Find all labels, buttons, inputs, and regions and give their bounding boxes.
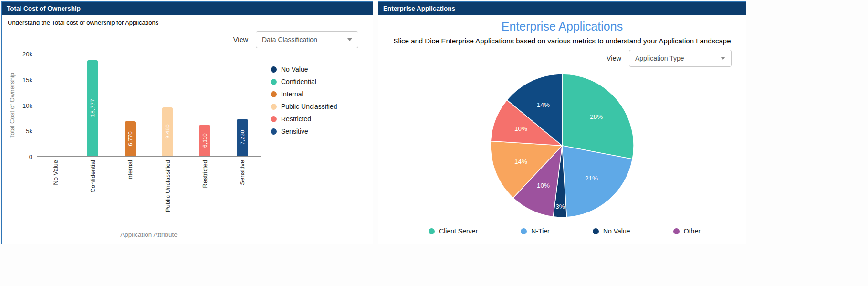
chart-subtitle: Slice and Dice Enterprise Applications b…: [378, 33, 746, 45]
legend-item[interactable]: N-Tier: [521, 227, 549, 235]
bar-column: 9,480: [149, 54, 186, 156]
y-axis-tick: 10k: [22, 102, 32, 109]
dropdown-value: Data Classification: [262, 36, 317, 43]
legend-label: N-Tier: [531, 227, 549, 235]
y-axis-title: Total Cost of Ownership: [9, 54, 16, 157]
legend-label: Restricted: [281, 115, 311, 123]
bar[interactable]: 9,480: [162, 107, 173, 156]
bar-value-label: 9,480: [165, 124, 170, 139]
bar-value-label: 6,110: [202, 133, 208, 148]
view-label: View: [233, 36, 248, 43]
tco-panel-header: Total Cost of Ownership: [2, 2, 373, 15]
legend-item[interactable]: No Value: [271, 65, 337, 73]
legend-item[interactable]: Public Unclassified: [271, 103, 337, 110]
tco-view-row: View Data Classification: [2, 26, 373, 49]
legend-item[interactable]: Confidential: [271, 78, 337, 85]
legend-item[interactable]: No Value: [593, 227, 630, 235]
legend-label: No Value: [603, 227, 630, 235]
bar-value-label: 7,230: [240, 130, 245, 145]
ea-view-row: View Application Type: [378, 45, 746, 68]
tco-panel-title: Total Cost of Ownership: [7, 5, 81, 12]
bar-chart-legend: No ValueConfidentialInternalPublic Uncla…: [271, 65, 337, 238]
legend-swatch: [271, 91, 277, 97]
legend-item[interactable]: Internal: [271, 90, 337, 98]
bar-chart: Total Cost of Ownership 05k10k15k20k 18,…: [2, 49, 373, 238]
pie-chart-legend: Client ServerN-TierNo ValueOther: [378, 222, 746, 240]
pie-slice-percentage: 14%: [514, 158, 527, 165]
legend-item[interactable]: Sensitive: [271, 127, 337, 135]
bar-column: 6,770: [112, 54, 149, 156]
pie-slice-percentage: 10%: [514, 125, 527, 132]
legend-label: Public Unclassified: [281, 103, 337, 110]
legend-item[interactable]: Other: [673, 227, 701, 235]
bar-value-label: 6,770: [127, 131, 133, 146]
legend-label: No Value: [281, 65, 308, 73]
chevron-down-icon: [347, 38, 352, 41]
x-axis-title: Application Attribute: [37, 229, 261, 238]
legend-swatch: [271, 104, 277, 110]
enterprise-apps-panel: Enterprise Applications Enterprise Appli…: [378, 1, 746, 244]
view-label: View: [607, 54, 621, 62]
legend-swatch: [521, 228, 527, 234]
legend-swatch: [271, 116, 277, 122]
x-axis-category: Restricted: [186, 160, 223, 229]
legend-item[interactable]: Restricted: [271, 115, 337, 123]
pie-slice-percentage: 14%: [537, 101, 550, 108]
y-axis-tick: 0: [29, 153, 32, 160]
bar-column: 18,777: [74, 54, 111, 156]
y-axis-tick: 15k: [22, 76, 32, 83]
bar-value-label: 18,777: [90, 99, 95, 117]
x-axis-category: Public Unclassified: [149, 160, 186, 229]
bar-column: 6,110: [186, 54, 223, 156]
legend-item[interactable]: Client Server: [429, 227, 478, 235]
bar-plot-block: 18,7776,7709,4806,1107,230 No ValueConfi…: [37, 54, 261, 238]
pie-slice-percentage: 10%: [537, 182, 550, 189]
bar-plot-area: 18,7776,7709,4806,1107,230: [37, 54, 261, 157]
legend-label: Client Server: [439, 227, 478, 235]
legend-swatch: [673, 228, 680, 234]
enterprise-apps-panel-title: Enterprise Applications: [383, 5, 455, 12]
legend-label: Sensitive: [281, 127, 308, 135]
pie-slice-percentage: 28%: [590, 113, 603, 120]
x-axis-categories: No ValueConfidentialInternalPublic Uncla…: [37, 157, 261, 229]
x-axis-category: Confidential: [74, 160, 111, 229]
chart-title: Enterprise Applications: [378, 15, 746, 33]
legend-swatch: [429, 228, 435, 234]
enterprise-apps-panel-header: Enterprise Applications: [378, 2, 746, 15]
y-axis-tick: 20k: [22, 51, 32, 58]
bar[interactable]: 7,230: [237, 119, 248, 156]
bar-column: 7,230: [224, 54, 261, 156]
y-axis-tick: 5k: [26, 127, 32, 135]
legend-swatch: [593, 228, 599, 234]
dropdown-value: Application Type: [635, 54, 684, 62]
legend-swatch: [271, 66, 277, 73]
bar[interactable]: 6,110: [199, 125, 210, 156]
y-axis-ticks: 05k10k15k20k: [16, 54, 37, 157]
pie-svg: 28%21%3%10%14%10%14%: [486, 70, 638, 222]
pie-chart: 28%21%3%10%14%10%14%: [378, 70, 746, 222]
x-axis-category: Sensitive: [224, 160, 261, 229]
bar[interactable]: 6,770: [125, 121, 136, 156]
legend-label: Confidential: [281, 78, 316, 85]
pie-slice-percentage: 3%: [555, 203, 565, 210]
data-classification-dropdown[interactable]: Data Classification: [256, 31, 358, 48]
pie-slice-percentage: 21%: [585, 175, 598, 182]
legend-swatch: [271, 79, 277, 85]
legend-label: Internal: [281, 90, 303, 98]
tco-panel: Total Cost of Ownership Understand the T…: [1, 1, 373, 244]
bar-column: [37, 54, 74, 156]
bar[interactable]: 18,777: [87, 60, 98, 156]
x-axis-category: No Value: [37, 160, 74, 229]
legend-swatch: [271, 128, 277, 135]
chevron-down-icon: [721, 57, 725, 60]
tco-subtitle: Understand the Total cost of ownership f…: [2, 15, 373, 26]
x-axis-category: Internal: [112, 160, 149, 229]
dashboard: Total Cost of Ownership Understand the T…: [0, 0, 868, 246]
application-type-dropdown[interactable]: Application Type: [629, 50, 732, 67]
legend-label: Other: [684, 227, 701, 235]
